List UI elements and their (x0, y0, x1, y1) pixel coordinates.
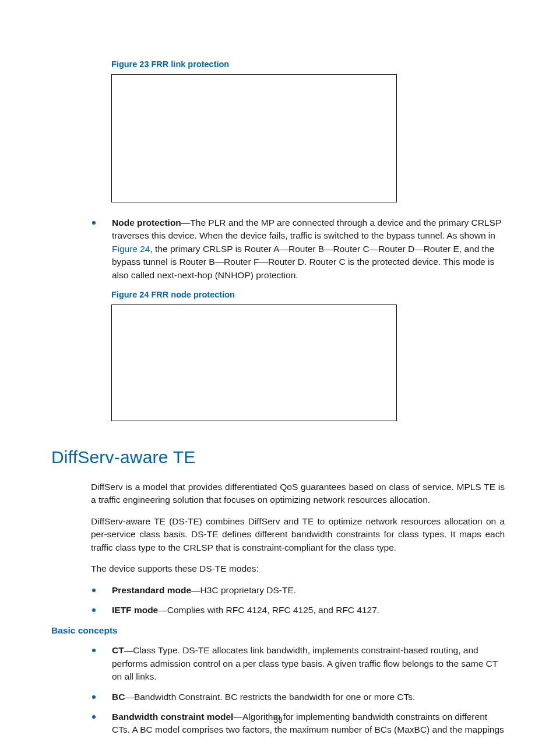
mode-prestandard-text: Prestandard mode—H3C proprietary DS-TE. (112, 584, 505, 597)
mode-prestandard-desc: —H3C proprietary DS-TE. (191, 585, 296, 595)
figure-23-placeholder (111, 74, 397, 202)
node-protection-label: Node protection (112, 218, 181, 228)
paragraph-2: DiffServ-aware TE (DS-TE) combines DiffS… (91, 515, 505, 554)
figure-24-caption: Figure 24 FRR node protection (111, 289, 505, 301)
paragraph-3: The device supports these DS-TE modes: (91, 562, 505, 575)
mode-ietf: IETF mode—Complies with RFC 4124, RFC 41… (91, 604, 505, 617)
basic-concepts-heading: Basic concepts (51, 624, 505, 637)
mode-ietf-text: IETF mode—Complies with RFC 4124, RFC 41… (112, 604, 505, 617)
figure-24-placeholder (111, 304, 397, 421)
mode-prestandard-label: Prestandard mode (112, 585, 191, 595)
figure-23-block: Figure 23 FRR link protection (111, 58, 505, 202)
figure-23-caption: Figure 23 FRR link protection (111, 58, 505, 71)
concept-bc: BC—Bandwidth Constraint. BC restricts th… (91, 691, 505, 704)
mode-ietf-desc: —Complies with RFC 4124, RFC 4125, and R… (158, 605, 379, 615)
concept-ct-text: CT—Class Type. DS-TE allocates link band… (112, 644, 505, 683)
figure-24-block: Figure 24 FRR node protection (111, 289, 505, 421)
paragraph-1: DiffServ is a model that provides differ… (91, 481, 505, 507)
mode-prestandard: Prestandard mode—H3C proprietary DS-TE. (91, 584, 505, 597)
concept-bc-label: BC (112, 692, 125, 702)
bullet-icon (92, 649, 96, 652)
node-protection-text: Node protection—The PLR and the MP are c… (112, 216, 505, 282)
page-number: 59 (0, 714, 556, 726)
concept-ct-desc: —Class Type. DS-TE allocates link bandwi… (112, 645, 498, 681)
modes-list: Prestandard mode—H3C proprietary DS-TE. … (91, 584, 505, 617)
bullet-icon (92, 221, 96, 225)
concept-ct-label: CT (112, 645, 124, 655)
bullet-icon (92, 589, 96, 592)
bullet-node-protection: Node protection—The PLR and the MP are c… (91, 216, 505, 282)
document-page: Figure 23 FRR link protection Node prote… (0, 0, 556, 737)
figure-24-link[interactable]: Figure 24 (112, 244, 150, 254)
node-protection-section: Node protection—The PLR and the MP are c… (91, 216, 505, 282)
bullet-icon (92, 608, 96, 612)
concept-bc-desc: —Bandwidth Constraint. BC restricts the … (125, 692, 415, 702)
bullet-icon (92, 695, 96, 699)
concept-ct: CT—Class Type. DS-TE allocates link band… (91, 644, 505, 683)
concept-bc-text: BC—Bandwidth Constraint. BC restricts th… (112, 691, 505, 704)
node-protection-text-b: , the primary CRLSP is Router A—Router B… (112, 244, 494, 280)
mode-ietf-label: IETF mode (112, 605, 158, 615)
section-heading: DiffServ-aware TE (51, 444, 505, 470)
